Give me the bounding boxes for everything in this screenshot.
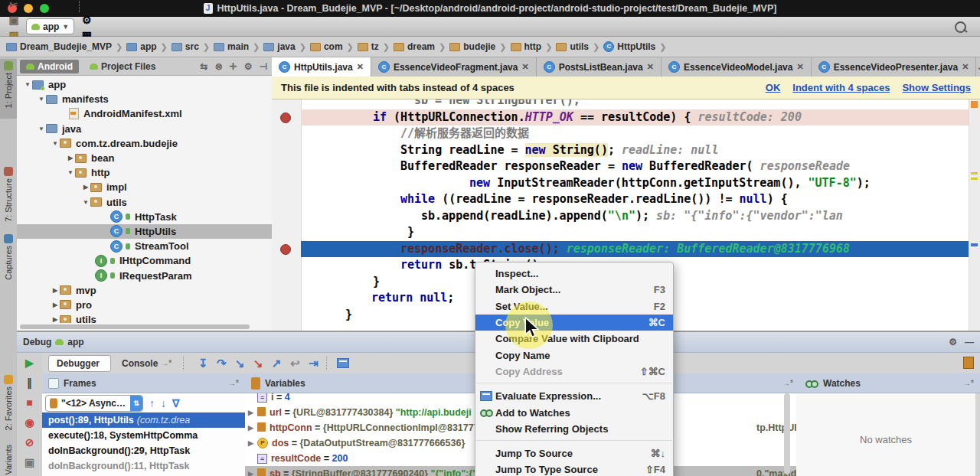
tree-item[interactable]: ▼ com.tz.dream.budejie (17, 136, 272, 151)
threads-icon[interactable] (963, 357, 974, 369)
stop-button[interactable]: ■ (17, 393, 42, 412)
tree-expand-arrow[interactable]: ▼ (37, 126, 46, 132)
menu-item-compare-value-with-clipboard[interactable]: Compare Value with Clipboard (475, 331, 673, 347)
tool-window-favorites[interactable]: 2: Favorites (0, 373, 17, 435)
settings-gear-icon[interactable]: ⚙ (244, 61, 253, 72)
breadcrumb-item[interactable]: dream (394, 41, 435, 52)
screenshot-button[interactable]: ▣ (17, 452, 42, 472)
run-configuration-select[interactable]: app ▼ (26, 18, 74, 34)
tree-expand-arrow[interactable]: ▼ (66, 169, 75, 176)
breadcrumb-item[interactable]: src (172, 41, 199, 52)
resume-button[interactable]: ▶ (17, 353, 42, 373)
stripe-mark[interactable] (971, 243, 978, 246)
menu-item-set-value[interactable]: Set Value... F2 (475, 298, 673, 315)
tree-item[interactable]: AndroidManifest.xml (17, 106, 272, 121)
tree-item[interactable]: ▶ utils (17, 312, 272, 323)
float-pin-icon[interactable]: →* (228, 379, 239, 387)
tree-item[interactable]: C StreamTool (17, 239, 272, 253)
code-line[interactable]: responseReader.close(); responseReader: … (301, 241, 969, 258)
minimize-window-button[interactable] (24, 4, 33, 13)
tree-item[interactable]: I IRequestParam (17, 268, 272, 282)
tree-item[interactable]: ▼ manifests (17, 92, 272, 106)
expand-collapse-icon[interactable]: ⇆ (201, 61, 208, 72)
tree-expand-arrow[interactable]: ▶ (51, 287, 60, 294)
breadcrumb-item[interactable]: http (511, 41, 542, 52)
stripe-mark[interactable] (971, 172, 978, 174)
run-to-cursor-button[interactable]: ⇥ (304, 357, 322, 370)
menu-item-inspect[interactable]: Inspect... (475, 266, 673, 282)
evaluate-expression-icon[interactable] (337, 358, 349, 368)
force-step-into-button[interactable]: ↘ (249, 357, 267, 370)
search-icon[interactable] (955, 21, 966, 33)
tree-expand-arrow[interactable]: ▼ (23, 81, 32, 88)
divider[interactable] (79, 0, 86, 12)
breadcrumb-item[interactable]: budejie (449, 41, 495, 52)
tool-window-captures[interactable]: Captures (0, 232, 17, 287)
project-view-tab[interactable]: Android (20, 60, 79, 73)
editor-tab[interactable]: C EssenceVideoFragment.java ✕ (371, 57, 537, 77)
tree-item[interactable]: ▶ pro (17, 298, 272, 312)
frame-down-icon[interactable]: ↓ (161, 397, 166, 409)
filter-icon[interactable]: ∇ (172, 397, 179, 409)
menu-item-evaluate-expression[interactable]: Evaluate Expression... ⌥F8 (475, 388, 673, 404)
code-line[interactable]: String readLine = new String(); readLine… (301, 142, 969, 159)
tree-expand-arrow[interactable]: ▶ (51, 316, 60, 323)
mute-breakpoints-button[interactable]: ⊘ (17, 432, 42, 452)
breadcrumb-item[interactable]: Dream_Budejie_MVP (6, 41, 112, 52)
editor-tab[interactable]: C EssenceVideoModel.java ✕ (662, 57, 812, 77)
copy-icon[interactable]: ▣ (5, 12, 23, 28)
menu-separator[interactable] (476, 383, 672, 385)
stripe-mark[interactable] (971, 178, 978, 180)
hide-panel-icon[interactable]: ⊣ (260, 61, 267, 72)
horizontal-scrollbar[interactable] (20, 324, 250, 329)
tool-window-project[interactable]: 1: Project (0, 59, 17, 119)
chevron-down-icon[interactable]: ⌄ (976, 62, 980, 72)
tree-item[interactable]: C HttpUtils (17, 224, 272, 239)
tool-window-structure[interactable]: 7: Structure (0, 165, 17, 229)
code-line[interactable]: //解析服务器返回的数据 (301, 126, 969, 142)
tree-item[interactable]: ▶ mvp (17, 283, 272, 298)
editor-tab[interactable]: C PostsListBean.java ✕ (537, 57, 662, 77)
tree-item[interactable]: ▶ impl (17, 180, 272, 194)
tree-item[interactable]: ▼ utils (17, 195, 272, 210)
drop-frame-button[interactable]: ↩ (286, 357, 304, 370)
tree-item[interactable]: C HttpTask (17, 210, 272, 224)
code-line[interactable]: new InputStreamReader(httpConn.getInputS… (301, 175, 969, 192)
menu-item-jump-to-source[interactable]: Jump To Source ⌘↓ (475, 445, 673, 461)
zoom-window-button[interactable] (40, 4, 49, 13)
stack-frame-row[interactable]: doInBackground():11, HttpTask (42, 458, 245, 474)
tree-expand-arrow[interactable]: ▼ (81, 199, 90, 206)
breadcrumb-item[interactable]: java (263, 41, 295, 52)
expand-arrow-icon[interactable]: ▶ (248, 424, 257, 432)
close-icon[interactable]: ✕ (521, 62, 528, 72)
show-execution-point-button[interactable]: ↧ (194, 357, 212, 370)
code-line[interactable]: sb = new StringBuffer(); (301, 99, 969, 109)
breakpoint-icon[interactable] (280, 112, 291, 123)
menu-item-show-referring-objects[interactable]: Show Referring Objects (475, 421, 673, 437)
stack-frame-row[interactable]: execute():18, SystemHttpComma (42, 428, 245, 443)
step-into-button[interactable]: ↘ (230, 357, 249, 370)
code-line[interactable]: sb.append(readLine).append("\n"); sb: "{… (301, 208, 969, 225)
notification-action-link[interactable]: OK (766, 82, 781, 93)
step-over-button[interactable]: ↷ (212, 357, 230, 370)
tree-item[interactable]: ▼ http (17, 165, 272, 180)
menu-item-jump-to-type-source[interactable]: Jump To Type Source ⇧F4 (475, 461, 673, 476)
notification-action-link[interactable]: Show Settings (902, 82, 971, 93)
expand-arrow-icon[interactable]: ▶ (248, 409, 257, 416)
code-line[interactable]: } (301, 224, 969, 241)
menu-separator[interactable] (476, 440, 672, 442)
settings-wrench-icon[interactable]: ⚙ (77, 12, 96, 28)
menu-item-copy-address[interactable]: Copy Address ⇧⌘C (475, 364, 673, 380)
stack-frame-row[interactable]: post():89, HttpUtils (com.tz.drea (42, 412, 245, 428)
error-stripe[interactable] (969, 99, 980, 331)
menu-item-add-to-watches[interactable]: Add to Watches (475, 404, 673, 420)
tree-expand-arrow[interactable]: ▼ (37, 96, 46, 103)
expand-arrow-icon[interactable]: ▶ (248, 439, 257, 447)
breadcrumb-item[interactable]: utils (556, 41, 589, 52)
debugger-tab[interactable]: Debugger (48, 355, 111, 372)
gear-icon[interactable]: ⚙ (949, 337, 957, 347)
collapse-all-icon[interactable]: ⊗ (215, 61, 223, 72)
tree-expand-arrow[interactable]: ▼ (51, 140, 60, 147)
view-breakpoints-button[interactable]: ◉ (17, 412, 42, 432)
breakpoint-icon[interactable] (280, 244, 291, 255)
